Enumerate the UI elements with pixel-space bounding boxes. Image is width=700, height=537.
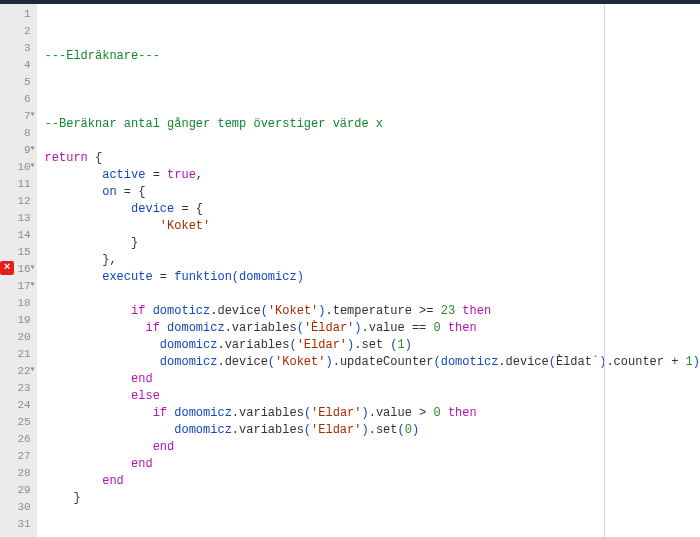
token-plain	[45, 406, 153, 420]
code-line[interactable]	[45, 65, 700, 82]
gutter-row[interactable]: 5	[0, 74, 37, 91]
gutter-row[interactable]: 26	[0, 431, 37, 448]
gutter-row[interactable]: 7▾	[0, 108, 37, 125]
gutter-row[interactable]: 23	[0, 380, 37, 397]
gutter-row[interactable]: 28	[0, 465, 37, 482]
token-plain	[45, 321, 146, 335]
code-line[interactable]	[45, 524, 700, 537]
token-plain: .variables	[232, 423, 304, 437]
code-line[interactable]: execute = funktion(domomicz)	[45, 269, 700, 286]
gutter-row[interactable]: 21	[0, 346, 37, 363]
token-par: )	[362, 406, 369, 420]
token-plain: ,	[196, 168, 203, 182]
code-line[interactable]: return {	[45, 150, 700, 167]
gutter-row[interactable]: 25	[0, 414, 37, 431]
code-line[interactable]: end	[45, 371, 700, 388]
gutter-row[interactable]: 9▾	[0, 142, 37, 159]
code-line[interactable]: if domoticz.device('Koket').temperature …	[45, 303, 700, 320]
line-number: 13	[17, 210, 30, 227]
code-line[interactable]: end	[45, 473, 700, 490]
code-line[interactable]	[45, 82, 700, 99]
code-line[interactable]: on = {	[45, 184, 700, 201]
code-area[interactable]: ---Eldräknare-----Beräknar antal gånger …	[37, 4, 700, 537]
token-par: (	[549, 355, 556, 369]
code-line[interactable]: if domomicz.variables('Èldar').value == …	[45, 320, 700, 337]
token-plain	[45, 474, 103, 488]
code-editor[interactable]: 1234567▾89▾10▾111213141516▾17▾1819202122…	[0, 4, 700, 537]
code-line[interactable]: }	[45, 235, 700, 252]
code-line[interactable]: --Beräknar antal gånger temp överstiger …	[45, 116, 700, 133]
gutter-row[interactable]: 17▾	[0, 278, 37, 295]
code-line[interactable]: domomicz.device('Koket').updateCounter(d…	[45, 354, 700, 371]
token-plain	[45, 219, 160, 233]
gutter-row[interactable]: 13	[0, 210, 37, 227]
gutter-row[interactable]: 3	[0, 40, 37, 57]
token-id: on	[102, 185, 116, 199]
code-line[interactable]: },	[45, 252, 700, 269]
gutter-row[interactable]: 2	[0, 23, 37, 40]
gutter-row[interactable]: 11	[0, 176, 37, 193]
line-number: 4	[24, 57, 31, 74]
gutter-row[interactable]: 18	[0, 295, 37, 312]
gutter-row[interactable]: 10▾	[0, 159, 37, 176]
code-line[interactable]: domomicz.variables('Eldar').set(0)	[45, 422, 700, 439]
token-kw: then	[462, 304, 491, 318]
token-plain: .value >	[369, 406, 434, 420]
token-kw: end	[131, 457, 153, 471]
code-line[interactable]: else	[45, 388, 700, 405]
token-kw: end	[102, 474, 124, 488]
code-line[interactable]	[45, 286, 700, 303]
code-line[interactable]: 'Koket'	[45, 218, 700, 235]
code-line[interactable]	[45, 133, 700, 150]
token-par: (	[398, 423, 405, 437]
line-number: 28	[17, 465, 30, 482]
gutter-row[interactable]: 22▾	[0, 363, 37, 380]
code-line[interactable]: device = {	[45, 201, 700, 218]
code-line[interactable]	[45, 507, 700, 524]
gutter-row[interactable]: 12	[0, 193, 37, 210]
token-plain: .variables	[217, 338, 289, 352]
line-number: 29	[17, 482, 30, 499]
code-line[interactable]: ---Eldräknare---	[45, 48, 700, 65]
gutter-row[interactable]: 15	[0, 244, 37, 261]
gutter-row[interactable]: 16▾	[0, 261, 37, 278]
code-line[interactable]: end	[45, 439, 700, 456]
token-num: 0	[405, 423, 412, 437]
line-number: 23	[17, 380, 30, 397]
token-str: 'Koket'	[275, 355, 325, 369]
gutter-row[interactable]: 29	[0, 482, 37, 499]
gutter-row[interactable]: 14	[0, 227, 37, 244]
token-plain	[45, 168, 103, 182]
token-id: execute	[102, 270, 152, 284]
token-id: domomicz	[160, 338, 218, 352]
token-par: (	[232, 270, 239, 284]
code-line[interactable]: active = true,	[45, 167, 700, 184]
gutter-row[interactable]: 31	[0, 516, 37, 533]
line-number: 24	[17, 397, 30, 414]
gutter-row[interactable]: 24	[0, 397, 37, 414]
token-kw: return	[45, 151, 88, 165]
line-number-gutter[interactable]: 1234567▾89▾10▾111213141516▾17▾1819202122…	[0, 4, 37, 537]
code-line[interactable]: domomicz.variables('Eldar').set (1)	[45, 337, 700, 354]
gutter-row[interactable]: 6	[0, 91, 37, 108]
code-line[interactable]: }	[45, 490, 700, 507]
code-line[interactable]: if domomicz.variables('Eldar').value > 0…	[45, 405, 700, 422]
gutter-row[interactable]: 30	[0, 499, 37, 516]
token-num: 1	[398, 338, 405, 352]
gutter-row[interactable]: 4	[0, 57, 37, 74]
gutter-row[interactable]: 8	[0, 125, 37, 142]
token-kw: then	[448, 406, 477, 420]
gutter-row[interactable]: 20	[0, 329, 37, 346]
token-plain: = {	[174, 202, 203, 216]
gutter-row[interactable]: 1	[0, 6, 37, 23]
gutter-row[interactable]: 27	[0, 448, 37, 465]
line-number: 8	[24, 125, 31, 142]
line-number: 20	[17, 329, 30, 346]
token-plain	[45, 389, 131, 403]
code-line[interactable]: end	[45, 456, 700, 473]
token-plain: }	[45, 491, 81, 505]
code-line[interactable]	[45, 99, 700, 116]
gutter-row[interactable]: 19	[0, 312, 37, 329]
token-par: )	[354, 321, 361, 335]
error-icon[interactable]	[0, 261, 14, 275]
